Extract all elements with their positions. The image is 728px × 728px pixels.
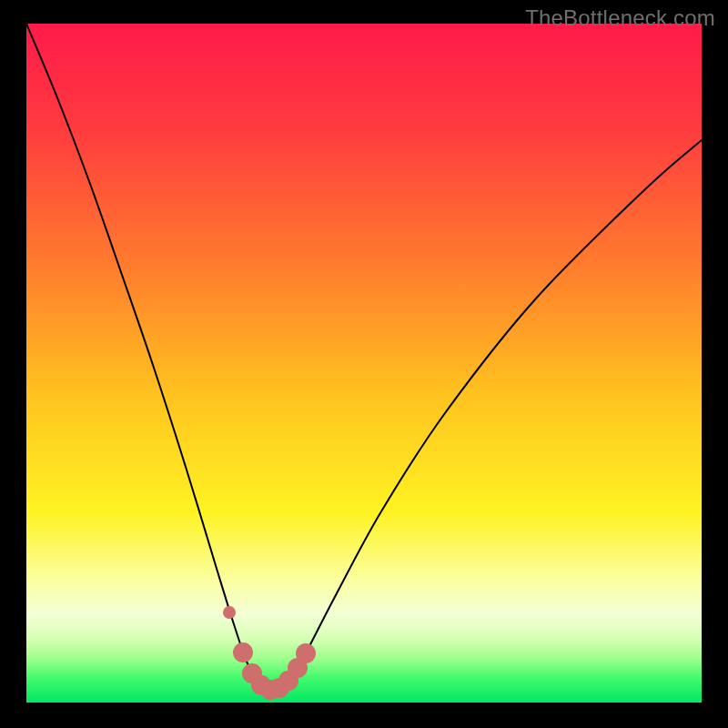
chart-area — [26, 24, 702, 703]
gradient-background — [26, 24, 702, 703]
highlight-dot — [223, 606, 236, 619]
highlight-dot — [296, 643, 316, 663]
chart-svg — [26, 24, 702, 703]
highlight-dot — [233, 642, 253, 662]
